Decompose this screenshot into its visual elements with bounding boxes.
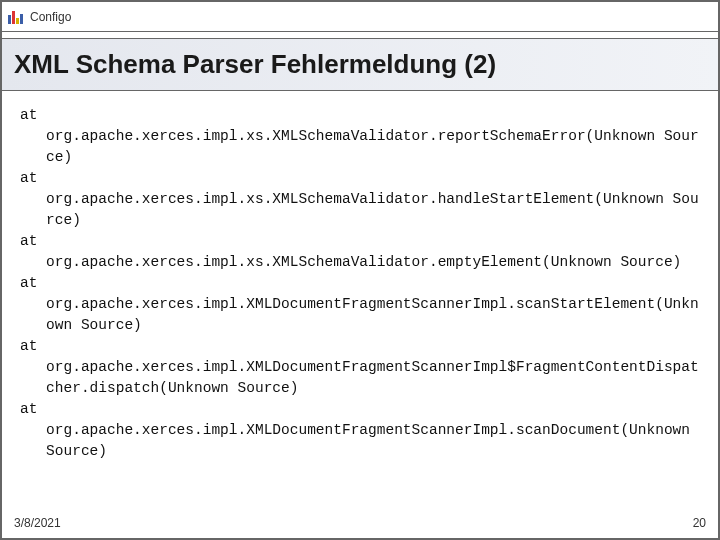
footer-page: 20: [693, 516, 706, 530]
slide-frame: Configo XML Schema Parser Fehlermeldung …: [2, 2, 718, 538]
footer-date: 3/8/2021: [14, 516, 61, 530]
stack-entry: org.apache.xerces.impl.xs.XMLSchemaValid…: [20, 189, 700, 231]
logo-icon: [8, 10, 22, 24]
header-bar: Configo: [2, 2, 718, 32]
stack-entry: org.apache.xerces.impl.XMLDocumentFragme…: [20, 420, 700, 462]
at-label: at: [20, 105, 700, 126]
title-band: XML Schema Parser Fehlermeldung (2): [2, 38, 718, 91]
footer-bar: 3/8/2021 20: [2, 509, 718, 538]
at-label: at: [20, 336, 700, 357]
page-title: XML Schema Parser Fehlermeldung (2): [14, 49, 706, 80]
at-label: at: [20, 168, 700, 189]
at-label: at: [20, 231, 700, 252]
stack-entry: org.apache.xerces.impl.xs.XMLSchemaValid…: [20, 252, 700, 273]
at-label: at: [20, 399, 700, 420]
content-area: at org.apache.xerces.impl.xs.XMLSchemaVa…: [2, 91, 718, 509]
stack-entry: org.apache.xerces.impl.xs.XMLSchemaValid…: [20, 126, 700, 168]
brand-label: Configo: [30, 10, 71, 24]
stack-entry: org.apache.xerces.impl.XMLDocumentFragme…: [20, 294, 700, 336]
stack-trace: at org.apache.xerces.impl.xs.XMLSchemaVa…: [20, 105, 700, 462]
at-label: at: [20, 273, 700, 294]
stack-entry: org.apache.xerces.impl.XMLDocumentFragme…: [20, 357, 700, 399]
